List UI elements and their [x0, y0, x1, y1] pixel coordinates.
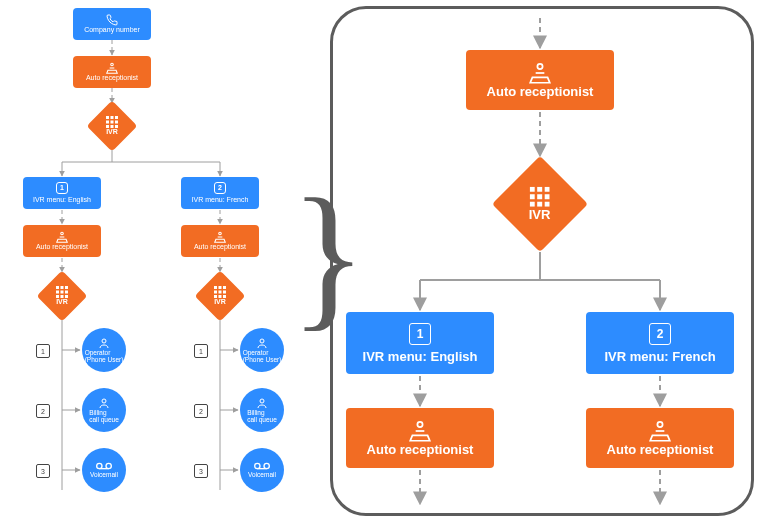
node-operator: Operator (Phone User): [240, 328, 284, 372]
svg-rect-41: [56, 286, 59, 289]
svg-rect-43: [65, 286, 68, 289]
node-label: Voicemail: [248, 471, 276, 478]
svg-rect-35: [111, 120, 114, 123]
voicemail-icon: [254, 461, 270, 471]
key-badge: 2: [194, 404, 208, 418]
svg-rect-42: [61, 286, 64, 289]
keypad-icon: [530, 186, 550, 206]
node-auto-receptionist-fr: Auto receptionist: [181, 225, 259, 257]
node-label: IVR menu: English: [33, 196, 91, 204]
node-label: Auto receptionist: [367, 442, 474, 457]
node-voicemail: Voicemail: [240, 448, 284, 492]
receptionist-desk-icon: [647, 420, 673, 442]
node-label: Auto receptionist: [36, 243, 88, 251]
node-ivr-menu-english-lg: 1 IVR menu: English: [346, 312, 494, 374]
key-badge: 1: [194, 344, 208, 358]
svg-rect-31: [106, 116, 109, 119]
svg-point-30: [111, 63, 114, 66]
svg-rect-78: [537, 201, 542, 206]
svg-rect-57: [219, 286, 222, 289]
node-label: IVR menu: French: [604, 349, 715, 364]
svg-rect-32: [111, 116, 114, 119]
node-ivr-menu-french: 2 IVR menu: French: [181, 177, 259, 209]
node-ivr: IVR: [87, 101, 138, 152]
svg-rect-79: [545, 201, 550, 206]
node-label: IVR: [56, 298, 68, 306]
node-auto-receptionist-en-lg: Auto receptionist: [346, 408, 494, 468]
node-auto-receptionist-fr-lg: Auto receptionist: [586, 408, 734, 468]
receptionist-desk-icon: [105, 62, 119, 74]
node-ivr-menu-english: 1 IVR menu: English: [23, 177, 101, 209]
svg-rect-36: [115, 120, 118, 123]
svg-point-81: [657, 421, 662, 426]
node-billing-queue: Billing call queue: [82, 388, 126, 432]
svg-rect-74: [530, 194, 535, 199]
node-label: Auto receptionist: [194, 243, 246, 251]
svg-point-65: [260, 339, 264, 343]
node-label: IVR: [106, 128, 118, 136]
node-auto-receptionist-en: Auto receptionist: [23, 225, 101, 257]
key-badge: 1: [409, 323, 431, 345]
node-label: Auto receptionist: [487, 84, 594, 99]
keypad-icon: [56, 286, 68, 298]
node-voicemail: Voicemail: [82, 448, 126, 492]
node-label: Auto receptionist: [86, 74, 138, 82]
node-label: IVR menu: English: [363, 349, 478, 364]
svg-rect-44: [56, 290, 59, 293]
node-operator: Operator (Phone User): [82, 328, 126, 372]
svg-rect-34: [106, 120, 109, 123]
key-badge: 3: [194, 464, 208, 478]
key-badge: 1: [36, 344, 50, 358]
svg-point-66: [260, 399, 264, 403]
svg-rect-61: [223, 290, 226, 293]
svg-rect-58: [223, 286, 226, 289]
person-icon: [256, 337, 268, 349]
node-label: Voicemail: [90, 471, 118, 478]
svg-point-53: [106, 464, 111, 469]
person-icon: [98, 337, 110, 349]
node-ivr-en: IVR: [37, 271, 88, 322]
key-badge: 2: [214, 182, 226, 194]
node-label: Operator (Phone User): [85, 349, 124, 364]
key-badge: 3: [36, 464, 50, 478]
svg-rect-72: [537, 186, 542, 191]
svg-point-67: [255, 464, 260, 469]
node-label: IVR: [214, 298, 226, 306]
svg-point-68: [264, 464, 269, 469]
voicemail-icon: [96, 461, 112, 471]
svg-rect-46: [65, 290, 68, 293]
receptionist-desk-icon: [527, 62, 553, 84]
node-label: Auto receptionist: [607, 442, 714, 457]
svg-point-51: [102, 399, 106, 403]
key-badge: 2: [36, 404, 50, 418]
node-label: IVR: [529, 206, 551, 221]
node-label: Operator (Phone User): [243, 349, 282, 364]
node-label: Billing call queue: [247, 409, 277, 424]
svg-rect-77: [530, 201, 535, 206]
svg-rect-73: [545, 186, 550, 191]
receptionist-desk-icon: [213, 231, 227, 243]
svg-rect-33: [115, 116, 118, 119]
svg-point-55: [219, 232, 222, 235]
receptionist-desk-icon: [55, 231, 69, 243]
node-ivr-fr: IVR: [195, 271, 246, 322]
node-auto-receptionist-lg: Auto receptionist: [466, 50, 614, 110]
person-icon: [98, 397, 110, 409]
svg-rect-56: [214, 286, 217, 289]
svg-rect-60: [219, 290, 222, 293]
key-badge: 2: [649, 323, 671, 345]
svg-point-70: [537, 63, 542, 68]
svg-rect-76: [545, 194, 550, 199]
keypad-icon: [106, 116, 118, 128]
svg-rect-45: [61, 290, 64, 293]
svg-point-50: [102, 339, 106, 343]
node-label: Company number: [84, 26, 140, 34]
svg-rect-59: [214, 290, 217, 293]
node-auto-receptionist: Auto receptionist: [73, 56, 151, 88]
node-billing-queue: Billing call queue: [240, 388, 284, 432]
receptionist-desk-icon: [407, 420, 433, 442]
node-label: IVR menu: French: [192, 196, 249, 204]
svg-rect-71: [530, 186, 535, 191]
node-company-number: Company number: [73, 8, 151, 40]
node-label: Billing call queue: [89, 409, 119, 424]
